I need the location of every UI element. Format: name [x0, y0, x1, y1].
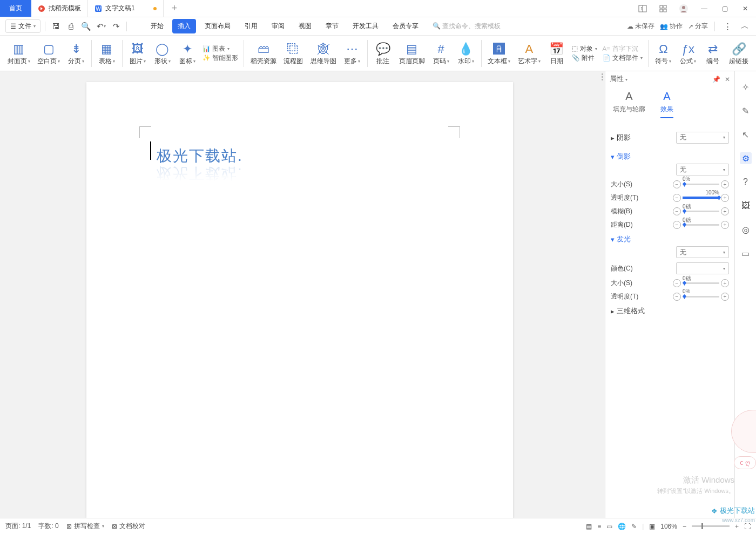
minus-icon[interactable]: −: [673, 279, 681, 287]
ribbon-smart[interactable]: ✨智能图形: [202, 54, 238, 62]
ribbon-flowchart[interactable]: ⿻流程图: [280, 40, 306, 66]
tab-document[interactable]: W 文字文稿1: [88, 0, 164, 17]
redo-icon[interactable]: ↷: [110, 21, 122, 32]
section-glow[interactable]: ▾发光: [611, 235, 729, 244]
view-page-icon[interactable]: ▤: [586, 523, 592, 530]
ribbon-formula[interactable]: ƒx公式▾: [676, 40, 700, 66]
ribbon-blank[interactable]: ▢空白页▾: [34, 40, 63, 66]
more-icon[interactable]: ⋮: [721, 21, 733, 32]
ribbon-icon[interactable]: ✦图标▾: [176, 40, 199, 66]
save-icon[interactable]: 🖫: [50, 21, 62, 32]
rail-pen-icon[interactable]: ✎: [740, 105, 752, 117]
wordart-object[interactable]: 极光下载站. 极光下载站.: [157, 146, 243, 184]
reflection-blur-slider[interactable]: − 0磅 +: [673, 207, 729, 215]
layout-icon[interactable]: 1: [635, 1, 650, 16]
ribbon-object[interactable]: ⬚对象▾: [572, 45, 597, 53]
avatar-icon[interactable]: [676, 1, 691, 16]
ribbon-symbol[interactable]: Ω符号▾: [651, 40, 675, 66]
ribbon-hyperlink[interactable]: 🔗超链接: [726, 40, 752, 66]
menu-tab-ref[interactable]: 引用: [239, 19, 263, 33]
file-menu[interactable]: ☰ 文件 ▾: [5, 19, 40, 33]
tab-effect[interactable]: A效果: [660, 90, 673, 118]
minus-icon[interactable]: −: [673, 221, 681, 229]
status-proof[interactable]: ⊠文档校对: [112, 522, 145, 531]
fullscreen-icon[interactable]: ⛶: [744, 523, 751, 530]
plus-icon[interactable]: +: [721, 221, 729, 229]
ribbon-shape[interactable]: ◯形状▾: [151, 40, 174, 66]
plus-icon[interactable]: +: [721, 207, 729, 215]
close-button[interactable]: ✕: [738, 1, 753, 16]
ribbon-attach[interactable]: 📎附件: [572, 54, 597, 62]
rail-location-icon[interactable]: ◎: [740, 224, 752, 235]
plus-icon[interactable]: +: [721, 279, 729, 287]
pin-icon[interactable]: 📌: [712, 76, 720, 83]
menu-tab-dev[interactable]: 开发工具: [347, 19, 384, 33]
tab-templates[interactable]: 找稻壳模板: [31, 0, 88, 17]
status-page[interactable]: 页面: 1/1: [5, 522, 31, 531]
reflection-distance-slider[interactable]: − 0磅 +: [673, 221, 729, 229]
ribbon-numbering[interactable]: ⇄编号: [701, 40, 725, 66]
ribbon-daoke[interactable]: 🗃稻壳资源: [247, 40, 279, 66]
coop-button[interactable]: 👥协作: [660, 22, 683, 31]
grid-icon[interactable]: [656, 1, 671, 16]
rail-style-icon[interactable]: ✧: [740, 81, 752, 93]
minus-icon[interactable]: −: [673, 207, 681, 215]
rail-reader-icon[interactable]: ▭: [740, 247, 752, 259]
ribbon-more[interactable]: ⋯更多▾: [340, 40, 364, 66]
ribbon-wordart[interactable]: A艺术字▾: [515, 40, 543, 66]
ribbon-table[interactable]: ▦表格▾: [95, 40, 119, 66]
unsaved-indicator[interactable]: ☁未保存: [627, 22, 654, 31]
plus-icon[interactable]: +: [721, 293, 729, 301]
panel-title[interactable]: 属性 ▾: [610, 75, 627, 84]
ribbon-picture[interactable]: 🖼图片▾: [126, 40, 150, 66]
new-tab-button[interactable]: +: [164, 0, 185, 17]
tab-fill-outline[interactable]: A填充与轮廓: [613, 90, 645, 118]
status-words[interactable]: 字数: 0: [38, 522, 58, 531]
close-icon[interactable]: ✕: [725, 76, 730, 83]
menu-tab-start[interactable]: 开始: [145, 19, 169, 33]
ribbon-comment[interactable]: 💬批注: [371, 40, 395, 66]
ribbon-watermark[interactable]: 💧水印▾: [454, 40, 478, 66]
rail-image-icon[interactable]: 🖼: [740, 200, 752, 212]
menu-tab-review[interactable]: 审阅: [266, 19, 290, 33]
menu-tab-insert[interactable]: 插入: [172, 19, 196, 33]
shadow-select[interactable]: 无▾: [676, 132, 729, 144]
view-write-icon[interactable]: ✎: [631, 523, 637, 530]
minus-icon[interactable]: −: [673, 194, 681, 202]
zoom-out-icon[interactable]: −: [683, 523, 686, 530]
glow-select[interactable]: 无▾: [676, 246, 729, 258]
tab-home[interactable]: 首页: [0, 0, 31, 17]
rail-help-icon[interactable]: ?: [740, 176, 752, 188]
zoom-in-icon[interactable]: +: [735, 523, 739, 530]
zoom-slider[interactable]: [692, 525, 730, 527]
view-web-icon[interactable]: 🌐: [618, 523, 626, 530]
reflection-select[interactable]: 无▾: [676, 164, 729, 175]
ribbon-mindmap[interactable]: 🕸思维导图: [307, 40, 339, 66]
undo-icon[interactable]: ↶▾: [95, 21, 107, 32]
plus-icon[interactable]: +: [721, 180, 729, 188]
minimize-button[interactable]: —: [697, 1, 712, 16]
preview-icon[interactable]: 🔍: [80, 21, 92, 32]
menu-tab-vip[interactable]: 会员专享: [387, 19, 424, 33]
minus-icon[interactable]: −: [673, 293, 681, 301]
view-reader-icon[interactable]: ▭: [606, 523, 612, 530]
panel-grip[interactable]: [599, 71, 605, 518]
print-icon[interactable]: ⎙: [65, 21, 77, 32]
section-shadow[interactable]: ▸阴影: [611, 133, 631, 143]
ribbon-docpart[interactable]: 📄文档部件▾: [603, 54, 643, 62]
menu-tab-view[interactable]: 视图: [293, 19, 317, 33]
menu-tab-section[interactable]: 章节: [320, 19, 344, 33]
status-spell[interactable]: ⊠拼写检查 ▾: [66, 522, 104, 531]
view-outline-icon[interactable]: ≡: [597, 523, 601, 530]
section-3d[interactable]: ▸三维格式: [611, 307, 729, 316]
ribbon-pageno[interactable]: #页码▾: [429, 40, 453, 66]
ribbon-cover[interactable]: ▥封面页▾: [4, 40, 33, 66]
ribbon-textbox[interactable]: 🅰文本框▾: [485, 40, 514, 66]
plus-icon[interactable]: +: [721, 194, 729, 202]
collapse-ribbon-icon[interactable]: ︿: [739, 21, 751, 32]
ribbon-chart[interactable]: 📊图表▾: [202, 45, 238, 53]
zoom-fit-icon[interactable]: ▣: [649, 523, 655, 530]
minus-icon[interactable]: −: [673, 180, 681, 188]
ribbon-break[interactable]: ⇟分页▾: [64, 40, 88, 66]
ribbon-header[interactable]: ▤页眉页脚: [396, 40, 428, 66]
